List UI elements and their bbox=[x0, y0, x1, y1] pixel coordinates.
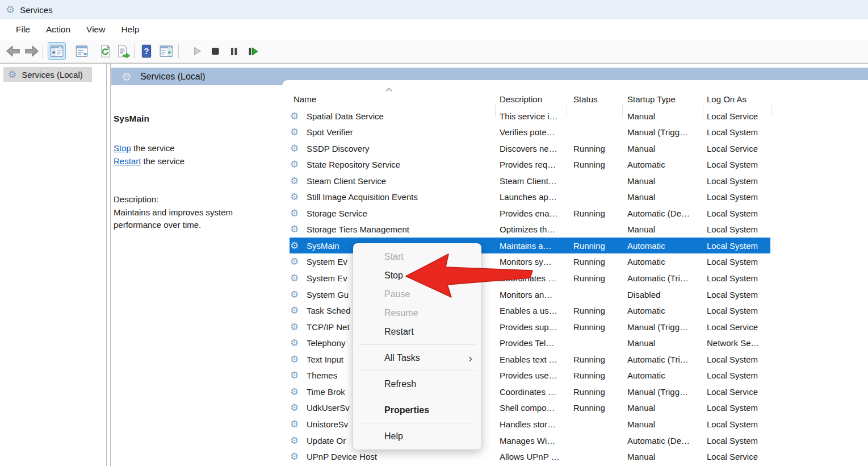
menu-item-stop[interactable]: Stop bbox=[353, 266, 481, 285]
column-header-log-on-as[interactable]: Log On As bbox=[707, 91, 747, 107]
cell-log-on-as: Local System bbox=[707, 286, 758, 302]
restart-link-suffix: the service bbox=[141, 156, 184, 166]
column-header-description[interactable]: Description bbox=[500, 91, 542, 107]
cell-description: Handles stor… bbox=[500, 416, 556, 432]
table-row[interactable]: ⚙Storage Tiers ManagementOptimizes th…Ma… bbox=[282, 222, 868, 238]
stop-service-button[interactable] bbox=[206, 42, 224, 60]
menu-help[interactable]: Help bbox=[113, 24, 147, 35]
description-label: Description: bbox=[114, 193, 233, 206]
menu-item-label: Help bbox=[384, 431, 403, 442]
menu-item-properties[interactable]: Properties bbox=[353, 401, 481, 419]
pause-service-button[interactable] bbox=[225, 42, 243, 60]
cell-name: SSDP Discovery bbox=[307, 140, 370, 156]
show-action-pane-icon bbox=[159, 44, 174, 59]
show-console-tree-button[interactable] bbox=[48, 42, 66, 60]
stop-link-line: Stop the service bbox=[114, 142, 184, 155]
table-row[interactable]: ⚙Spot VerifierVerifies pote…Manual (Trig… bbox=[282, 124, 868, 141]
cell-startup-type: Manual bbox=[627, 335, 655, 351]
help-button[interactable]: ? bbox=[137, 42, 156, 60]
toolbar-separator bbox=[43, 44, 43, 58]
cell-startup-type: Manual bbox=[627, 449, 655, 465]
banner-title: Services (Local) bbox=[140, 72, 206, 82]
banner-gear-icon: ⚙ bbox=[121, 71, 132, 82]
column-header-startup-type[interactable]: Startup Type bbox=[627, 91, 676, 107]
svg-text:?: ? bbox=[144, 46, 149, 56]
table-row[interactable]: ⚙SSDP DiscoveryDiscovers ne…RunningManua… bbox=[282, 140, 868, 157]
pause-service-icon bbox=[227, 44, 241, 58]
service-gear-icon: ⚙ bbox=[290, 222, 299, 238]
properties-window-button[interactable] bbox=[73, 42, 91, 60]
cell-startup-type: Automatic (De… bbox=[627, 205, 690, 221]
cell-name: Themes bbox=[307, 368, 337, 384]
show-action-pane-button[interactable] bbox=[157, 42, 175, 60]
selected-service-name: SysMain bbox=[114, 114, 149, 124]
table-row[interactable]: ⚙State Repository ServiceProvides req…Ru… bbox=[282, 157, 868, 173]
table-row[interactable]: ⚙Spatial Data ServiceThis service i…Manu… bbox=[282, 108, 868, 124]
cell-startup-type: Disabled bbox=[627, 286, 660, 302]
cell-name: SysMain bbox=[307, 238, 339, 253]
restart-link-line: Restart the service bbox=[114, 155, 184, 168]
back-button[interactable] bbox=[4, 42, 22, 60]
menu-item-all-tasks[interactable]: All Tasks› bbox=[353, 348, 481, 367]
cell-log-on-as: Local System bbox=[707, 271, 758, 286]
cell-status: Running bbox=[573, 368, 605, 384]
stop-service-link[interactable]: Stop bbox=[114, 143, 131, 153]
table-row[interactable]: ⚙Steam Client ServiceSteam Client…Manual… bbox=[282, 173, 868, 189]
cell-log-on-as: Local Service bbox=[707, 108, 758, 124]
services-node-icon: ⚙ bbox=[8, 70, 16, 80]
table-row[interactable]: ⚙Still Image Acquisition EventsLaunches … bbox=[282, 189, 868, 206]
start-service-button[interactable] bbox=[188, 42, 206, 60]
refresh-button[interactable] bbox=[97, 42, 115, 60]
cell-description: Enables a us… bbox=[500, 303, 557, 319]
service-gear-icon: ⚙ bbox=[290, 157, 299, 173]
list-header: NameDescriptionStatusStartup TypeLog On … bbox=[282, 91, 868, 107]
menu-file[interactable]: File bbox=[8, 24, 38, 35]
cell-description: Provides ena… bbox=[500, 205, 558, 221]
services-window: ⚙ Services File Action View Help ? ⚙ Ser… bbox=[0, 0, 868, 466]
cell-name: Spatial Data Service bbox=[307, 108, 384, 124]
restart-service-button[interactable] bbox=[244, 42, 262, 60]
menu-item-restart[interactable]: Restart bbox=[353, 322, 481, 341]
cell-startup-type: Manual (Trigg… bbox=[627, 384, 688, 400]
cell-name: System Gu bbox=[307, 286, 349, 302]
cell-log-on-as: Local System bbox=[707, 254, 758, 270]
cell-log-on-as: Local System bbox=[707, 416, 758, 432]
service-gear-icon: ⚙ bbox=[290, 173, 299, 189]
forward-button[interactable] bbox=[23, 42, 41, 60]
cell-status: Running bbox=[573, 400, 605, 416]
cell-name: Text Input bbox=[307, 351, 343, 367]
cell-startup-type: Manual bbox=[627, 108, 655, 124]
tree-item-services-local[interactable]: ⚙ Services (Local) bbox=[3, 67, 92, 82]
context-menu: StartStopPauseResumeRestartAll Tasks›Ref… bbox=[353, 243, 481, 450]
table-row[interactable]: ⚙Storage ServiceProvides ena…RunningAuto… bbox=[282, 205, 868, 222]
menu-action[interactable]: Action bbox=[38, 24, 78, 35]
cell-name: UPnP Device Host bbox=[307, 449, 377, 465]
export-list-button[interactable] bbox=[114, 42, 132, 60]
column-header-status[interactable]: Status bbox=[573, 91, 598, 107]
toolbar-separator bbox=[134, 44, 135, 58]
menu-separator bbox=[359, 423, 476, 423]
show-console-tree-icon bbox=[49, 44, 64, 59]
service-gear-icon: ⚙ bbox=[290, 335, 299, 351]
cell-log-on-as: Local System bbox=[707, 238, 758, 253]
menu-item-refresh[interactable]: Refresh bbox=[353, 375, 481, 393]
menu-item-help[interactable]: Help bbox=[353, 427, 481, 446]
service-gear-icon: ⚙ bbox=[290, 271, 299, 286]
cell-name: UnistoreSv bbox=[307, 416, 348, 432]
menu-view[interactable]: View bbox=[78, 24, 113, 35]
cell-description: Steam Client… bbox=[500, 173, 557, 189]
restart-service-link[interactable]: Restart bbox=[114, 156, 141, 166]
service-gear-icon: ⚙ bbox=[290, 384, 299, 400]
window-titlebar: ⚙ Services bbox=[0, 0, 868, 19]
cell-description: Enables text … bbox=[500, 351, 557, 367]
cell-name: Still Image Acquisition Events bbox=[307, 189, 418, 205]
column-header-name[interactable]: Name bbox=[293, 91, 316, 107]
cell-description: This service i… bbox=[500, 108, 558, 124]
tree-item-label: Services (Local) bbox=[22, 70, 83, 80]
forward-icon bbox=[24, 43, 40, 59]
cell-description: Manages Wi… bbox=[500, 432, 555, 448]
cell-startup-type: Automatic (Tri… bbox=[627, 351, 689, 367]
cell-log-on-as: Local System bbox=[707, 222, 758, 238]
cell-log-on-as: Local System bbox=[707, 432, 758, 448]
menu-item-resume: Resume bbox=[353, 303, 481, 322]
